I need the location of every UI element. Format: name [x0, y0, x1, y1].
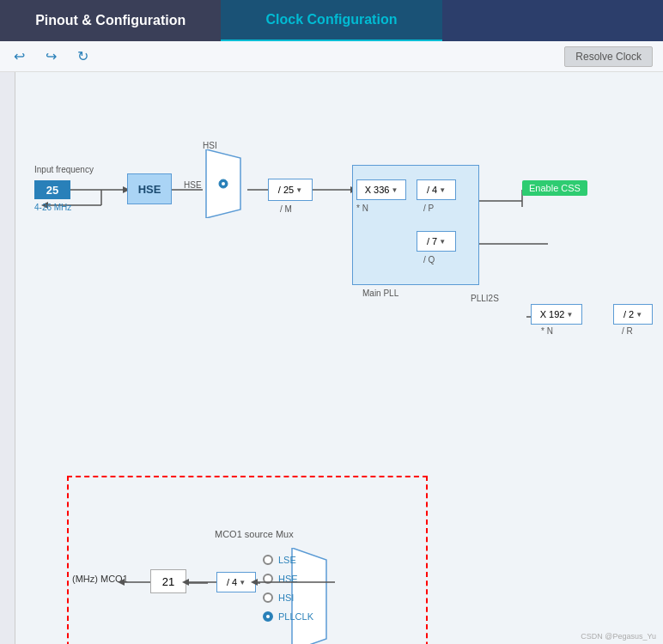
p-divider-select[interactable]: / 4 ▼	[417, 179, 456, 200]
left-axis	[0, 72, 15, 644]
plli2s-n-arrow: ▼	[566, 311, 573, 319]
hse-block[interactable]: HSE	[127, 173, 172, 204]
p-divider-arrow: ▼	[439, 186, 446, 194]
p-label: / P	[423, 204, 434, 213]
diagram: Input frequency 25 4-26 MHz HSE HSI HSE …	[15, 72, 663, 644]
plli2s-r-label: / R	[622, 326, 633, 336]
p-divider-value: / 4	[427, 185, 437, 195]
n-multiplier-arrow: ▼	[391, 186, 398, 194]
plli2s-r-arrow: ▼	[636, 311, 642, 319]
m-divider-arrow: ▼	[295, 186, 302, 194]
enable-css-button[interactable]: Enable CSS	[522, 180, 587, 196]
main-pll-box: X 336 ▼ * N / 4 ▼ / P / 7 ▼ / Q	[352, 165, 479, 285]
q-divider-select[interactable]: / 7 ▼	[417, 231, 456, 252]
undo-button[interactable]: ↩	[10, 45, 28, 68]
plli2s-r-select[interactable]: / 2 ▼	[613, 304, 653, 325]
input-freq-value[interactable]: 25	[34, 180, 70, 199]
refresh-button[interactable]: ↻	[74, 45, 92, 68]
tab-pinout[interactable]: Pinout & Configuration	[0, 0, 221, 41]
svg-marker-31	[251, 579, 258, 586]
input-freq-range: 4-26 MHz	[34, 203, 71, 212]
mco1-region: MCO1 source Mux LSE HSE	[67, 476, 428, 644]
m-label: / M	[280, 204, 292, 214]
plli2s-r-value: / 2	[623, 309, 634, 319]
watermark: CSDN @Pegasus_Yu	[581, 632, 656, 641]
m-divider-select[interactable]: / 25 ▼	[268, 179, 313, 201]
q-divider-value: / 7	[427, 236, 437, 246]
plli2s-n-select[interactable]: X 192 ▼	[531, 304, 582, 325]
q-label: / Q	[423, 255, 435, 264]
q-divider-arrow: ▼	[439, 238, 446, 246]
input-freq-label: Input frequency	[34, 165, 94, 174]
tab-extra	[442, 0, 663, 41]
resolve-clock-button[interactable]: Resolve Clock	[564, 46, 653, 67]
mco1-connections	[69, 477, 429, 644]
m-divider-value: / 25	[278, 185, 294, 195]
tab-pinout-label: Pinout & Configuration	[35, 13, 186, 28]
svg-marker-33	[182, 579, 189, 586]
plli2s-n-label: * N	[541, 326, 553, 336]
main-pll-label: Main PLL	[362, 289, 398, 298]
canvas: Input frequency 25 4-26 MHz HSE HSI HSE …	[0, 72, 663, 644]
tab-clock-label: Clock Configuration	[266, 12, 398, 27]
n-multiplier-select[interactable]: X 336 ▼	[356, 179, 406, 200]
mux-shape	[198, 149, 249, 218]
redo-button[interactable]: ↪	[42, 45, 60, 68]
header: Pinout & Configuration Clock Configurati…	[0, 0, 663, 41]
n-multiplier-value: X 336	[365, 185, 390, 195]
toolbar: ↩ ↪ ↻ Resolve Clock	[0, 41, 663, 72]
n-label: * N	[356, 204, 368, 213]
svg-point-28	[222, 182, 225, 185]
plli2s-label: PLLI2S	[471, 294, 499, 303]
plli2s-n-value: X 192	[540, 309, 565, 319]
svg-marker-35	[118, 579, 125, 586]
tab-clock[interactable]: Clock Configuration	[221, 0, 441, 41]
